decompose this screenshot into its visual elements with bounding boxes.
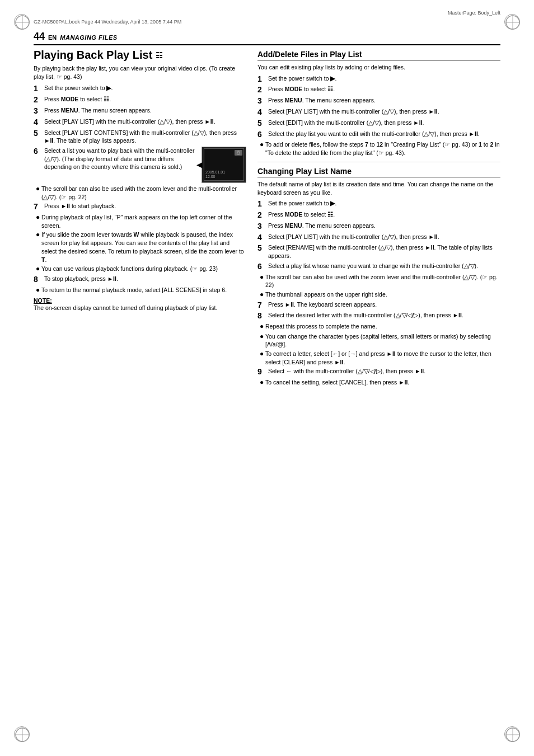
step-num-2: 2 bbox=[34, 95, 43, 105]
add-delete-intro: You can edit existing play lists by addi… bbox=[257, 63, 500, 72]
camera-thumbnail-icon bbox=[235, 150, 242, 156]
step-num-1: 1 bbox=[34, 84, 43, 93]
left-column: Playing Back Play List ☷ By playing back… bbox=[34, 49, 246, 388]
step-7: 7 Press ►II to start playback. bbox=[34, 202, 246, 212]
rename-step-text-3: Press MENU. The menu screen appears. bbox=[268, 222, 500, 230]
step-num-3: 3 bbox=[34, 106, 43, 116]
add-step-num-3: 3 bbox=[257, 96, 266, 106]
add-step-3: 3 Press MENU. The menu screen appears. bbox=[257, 96, 500, 106]
content-area: 44 EN MANAGING FILES Playing Back Play L… bbox=[34, 31, 500, 722]
rename-step-text-6: Select a play list whose name you want t… bbox=[268, 262, 500, 270]
bullet-p-mark: ● During playback of play list, "P" mark… bbox=[36, 213, 246, 229]
rename-step-num-7: 7 bbox=[257, 300, 266, 310]
step-4: 4 Select [PLAY LIST] with the multi-cont… bbox=[34, 118, 246, 127]
step-text-8: To stop playback, press ►II. bbox=[44, 275, 246, 283]
rename-step-text-5: Select [RENAME] with the multi-controlle… bbox=[268, 243, 500, 260]
step-num-4: 4 bbox=[34, 118, 43, 127]
rename-step-1: 1 Set the power switch to ▶. bbox=[257, 199, 500, 209]
rename-step-5: 5 Select [RENAME] with the multi-control… bbox=[257, 243, 500, 260]
intro-text: By playing back the play list, you can v… bbox=[34, 64, 246, 81]
rename-intro: The default name of play list is its cre… bbox=[257, 180, 500, 196]
rename-step-2: 2 Press MODE to select ☷. bbox=[257, 210, 500, 220]
title-text: Playing Back Play List bbox=[34, 49, 152, 62]
rename-step-num-8: 8 bbox=[257, 311, 266, 321]
rename-step-text-7: Press ►II. The keyboard screen appears. bbox=[268, 300, 500, 309]
rename-step-num-4: 4 bbox=[257, 233, 266, 242]
add-step-1: 1 Set the power switch to ▶. bbox=[257, 74, 500, 84]
page-number: 44 bbox=[34, 31, 45, 43]
rename-step-text-9: Select ← with the multi-controller (△/▽/… bbox=[268, 367, 500, 375]
add-delete-heading: Add/Delete Files in Play List bbox=[257, 50, 500, 60]
page: MasterPage: Body_Left GZ-MC500PAL.book P… bbox=[0, 0, 534, 756]
add-step-num-5: 5 bbox=[257, 119, 266, 128]
rename-step-num-9: 9 bbox=[257, 367, 266, 377]
step-2: 2 Press MODE to select ☷. bbox=[34, 95, 246, 105]
note-box: NOTE: The on-screen display cannot be tu… bbox=[34, 297, 246, 312]
rename-step-6: 6 Select a play list whose name you want… bbox=[257, 262, 500, 271]
rename-step-num-1: 1 bbox=[257, 199, 266, 209]
step-5: 5 Select [PLAY LIST CONTENTS] with the m… bbox=[34, 129, 246, 145]
rename-step-3: 3 Press MENU. The menu screen appears. bbox=[257, 222, 500, 231]
step-text-4: Select [PLAY LIST] with the multi-contro… bbox=[44, 118, 246, 126]
two-column-layout: Playing Back Play List ☷ By playing back… bbox=[34, 49, 500, 388]
preview-text: 2005.01.01 12:00 bbox=[205, 170, 225, 180]
step-text-3: Press MENU. The menu screen appears. bbox=[44, 106, 246, 115]
rename-step-8: 8 Select the desired letter with the mul… bbox=[257, 311, 500, 321]
step-6-container: 6 Select a list you want to play back wi… bbox=[34, 147, 246, 183]
add-step-num-4: 4 bbox=[257, 107, 266, 117]
rename-bullet-correct: ● To correct a letter, select [←] or [→]… bbox=[260, 350, 500, 366]
bullet-zoom-w: ● If you slide the zoom lever towards W … bbox=[36, 231, 246, 264]
bullet-all-scenes: ● To return to the normal playback mode,… bbox=[36, 286, 246, 295]
step-text-1: Set the power switch to ▶. bbox=[44, 84, 246, 92]
note-label: NOTE: bbox=[34, 297, 246, 304]
right-column: Add/Delete Files in Play List You can ed… bbox=[257, 49, 500, 388]
add-step-text-3: Press MENU. The menu screen appears. bbox=[268, 96, 500, 105]
rename-step-7: 7 Press ►II. The keyboard screen appears… bbox=[257, 300, 500, 310]
reg-mark-bl bbox=[14, 726, 30, 742]
bullet-playback-functions: ● You can use various playback functions… bbox=[36, 265, 246, 274]
add-step-text-6: Select the play list you want to edit wi… bbox=[268, 130, 500, 138]
image-arrow-icon: ◀ bbox=[196, 160, 203, 169]
step-3: 3 Press MENU. The menu screen appears. bbox=[34, 106, 246, 116]
playlist-preview-image: ◀ 2005.01.01 12:00 bbox=[202, 147, 246, 183]
add-step-5: 5 Select [EDIT] with the multi-controlle… bbox=[257, 119, 500, 128]
rename-bullet-thumbnail: ● The thumbnail appears on the upper rig… bbox=[260, 290, 500, 299]
rename-bullet-repeat: ● Repeat this process to complete the na… bbox=[260, 322, 500, 331]
step-6: 6 Select a list you want to play back wi… bbox=[34, 147, 198, 171]
rename-heading: Changing Play List Name bbox=[257, 167, 500, 177]
reg-mark-tr bbox=[504, 14, 520, 30]
master-page-label: MasterPage: Body_Left bbox=[448, 10, 500, 16]
rename-step-text-4: Select [PLAY LIST] with the multi-contro… bbox=[268, 233, 500, 241]
rename-bullet-cancel: ● To cancel the setting, select [CANCEL]… bbox=[260, 378, 500, 387]
rename-step-4: 4 Select [PLAY LIST] with the multi-cont… bbox=[257, 233, 500, 242]
section-divider bbox=[257, 162, 500, 162]
step-text-7: Press ►II to start playback. bbox=[44, 202, 246, 210]
step-text-6: Select a list you want to play back with… bbox=[44, 147, 198, 171]
rename-bullet-char-types: ● You can change the character types (ca… bbox=[260, 332, 500, 349]
add-step-text-2: Press MODE to select ☷. bbox=[268, 85, 500, 93]
playlist-icon: ☷ bbox=[156, 51, 163, 60]
rename-step-text-1: Set the power switch to ▶. bbox=[268, 199, 500, 208]
add-step-4: 4 Select [PLAY LIST] with the multi-cont… bbox=[257, 107, 500, 117]
add-step-text-1: Set the power switch to ▶. bbox=[268, 74, 500, 83]
rename-step-num-2: 2 bbox=[257, 210, 266, 220]
add-step-text-5: Select [EDIT] with the multi-controller … bbox=[268, 119, 500, 127]
rename-step-num-5: 5 bbox=[257, 243, 266, 253]
step-num-7: 7 bbox=[34, 202, 43, 212]
add-step-6: 6 Select the play list you want to edit … bbox=[257, 130, 500, 139]
add-step-num-2: 2 bbox=[257, 85, 266, 95]
step-num-8: 8 bbox=[34, 275, 43, 284]
add-step-2: 2 Press MODE to select ☷. bbox=[257, 85, 500, 95]
rename-bullet-scroll: ● The scroll bar can also be used with t… bbox=[260, 273, 500, 289]
page-en-label: EN bbox=[48, 34, 57, 41]
rename-step-num-3: 3 bbox=[257, 222, 266, 231]
main-title: Playing Back Play List ☷ bbox=[34, 49, 246, 62]
add-step-text-4: Select [PLAY LIST] with the multi-contro… bbox=[268, 107, 500, 116]
bullet-scroll-bar: ● The scroll bar can also be used with t… bbox=[36, 185, 246, 201]
add-step-num-6: 6 bbox=[257, 130, 266, 139]
file-info-line: GZ-MC500PAL.book Page 44 Wednesday, Apri… bbox=[34, 19, 181, 25]
page-section: MANAGING FILES bbox=[60, 34, 117, 41]
reg-mark-tl bbox=[14, 14, 30, 30]
rename-step-9: 9 Select ← with the multi-controller (△/… bbox=[257, 367, 500, 377]
reg-mark-br bbox=[504, 726, 520, 742]
